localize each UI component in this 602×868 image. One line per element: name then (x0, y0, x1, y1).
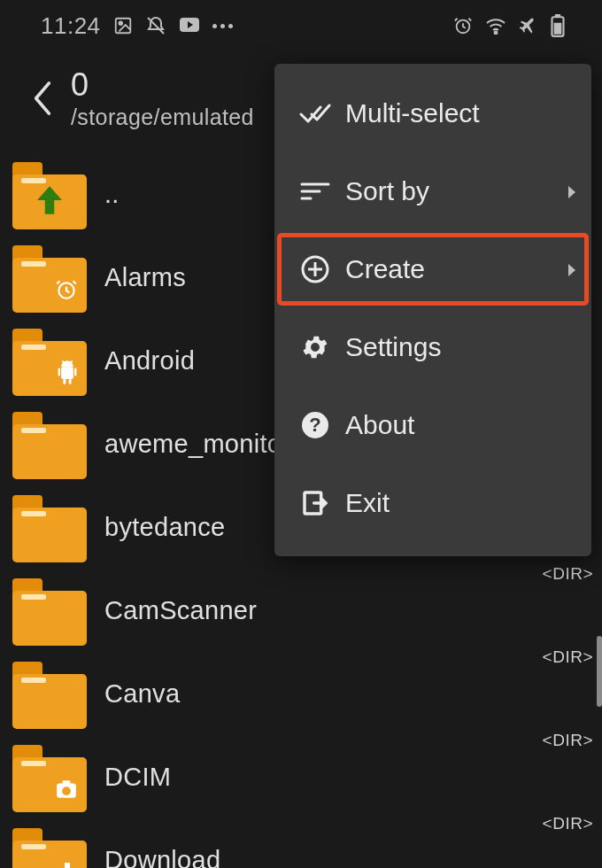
svg-rect-14 (58, 368, 60, 376)
picture-icon (113, 16, 133, 35)
svg-marker-32 (568, 264, 575, 276)
folder-up-icon (12, 160, 87, 229)
status-right (453, 14, 565, 37)
folder-label: aweme_monito (104, 430, 282, 459)
svg-rect-15 (74, 368, 76, 376)
gear-icon (294, 332, 336, 362)
menu-about[interactable]: ? About (274, 386, 591, 464)
list-item[interactable]: CamScanner <DIR> (12, 570, 602, 653)
status-clock: 11:24 (41, 12, 101, 40)
folder-label: .. (104, 180, 120, 209)
mute-icon (145, 15, 166, 36)
list-item[interactable]: Canva <DIR> (12, 653, 602, 736)
folder-icon (12, 826, 87, 868)
svg-marker-28 (568, 186, 575, 198)
menu-label: Create (345, 254, 425, 284)
folder-label: Canva (104, 679, 180, 709)
folder-label: Download (104, 846, 220, 868)
folder-icon (12, 660, 87, 729)
svg-line-19 (70, 360, 72, 362)
folder-icon (12, 743, 87, 812)
folder-icon (12, 244, 87, 313)
sort-icon (294, 181, 336, 202)
menu-label: Multi-select (345, 98, 480, 128)
alarm-icon (453, 16, 473, 35)
folder-label: Android (104, 346, 195, 376)
menu-multi-select[interactable]: Multi-select (274, 74, 591, 152)
status-bar: 11:24 (0, 0, 602, 51)
chevron-right-icon (567, 176, 577, 206)
folder-label: bytedance (104, 513, 226, 542)
menu-label: Settings (345, 332, 441, 362)
page-path: /storage/emulated (71, 105, 254, 130)
svg-rect-0 (115, 19, 130, 34)
chevron-right-icon (567, 254, 577, 284)
svg-rect-16 (63, 379, 66, 384)
menu-create[interactable]: Create (274, 230, 591, 308)
menu-label: About (345, 410, 414, 440)
wifi-icon (485, 17, 506, 35)
svg-marker-24 (61, 863, 73, 868)
youtube-icon (179, 17, 200, 35)
multiselect-icon (294, 102, 336, 125)
menu-label: Exit (345, 488, 390, 518)
svg-rect-21 (63, 780, 71, 785)
folder-icon (12, 327, 87, 396)
folder-label: DCIM (104, 763, 171, 792)
page-title: 0 (71, 67, 254, 103)
menu-label: Sort by (345, 176, 429, 206)
status-left: 11:24 (41, 12, 233, 40)
folder-icon (12, 493, 87, 562)
more-icon (212, 24, 233, 28)
back-button[interactable] (14, 79, 71, 118)
svg-rect-11 (61, 367, 73, 379)
svg-point-22 (62, 787, 71, 795)
airplane-icon (519, 16, 538, 35)
exit-icon (294, 489, 336, 517)
svg-point-1 (119, 21, 122, 25)
menu-exit[interactable]: Exit (274, 464, 591, 542)
folder-label: CamScanner (104, 596, 257, 625)
list-item[interactable]: Download (12, 819, 602, 868)
svg-point-6 (495, 32, 498, 35)
scrollbar-thumb[interactable] (597, 636, 602, 707)
folder-label: Alarms (104, 263, 186, 292)
svg-text:?: ? (309, 414, 320, 436)
svg-rect-8 (555, 14, 561, 17)
overflow-menu: Multi-select Sort by Create Settings ? A… (274, 64, 591, 556)
about-icon: ? (294, 411, 336, 439)
battery-icon (551, 14, 565, 37)
list-item[interactable]: DCIM <DIR> (12, 736, 602, 819)
folder-icon (12, 577, 87, 646)
svg-rect-17 (69, 379, 72, 384)
menu-sort-by[interactable]: Sort by (274, 152, 591, 230)
menu-settings[interactable]: Settings (274, 308, 591, 386)
folder-icon (12, 410, 87, 479)
breadcrumb[interactable]: 0 /storage/emulated (71, 67, 254, 130)
svg-line-18 (62, 360, 64, 362)
create-icon (294, 254, 336, 284)
svg-rect-9 (554, 23, 562, 35)
